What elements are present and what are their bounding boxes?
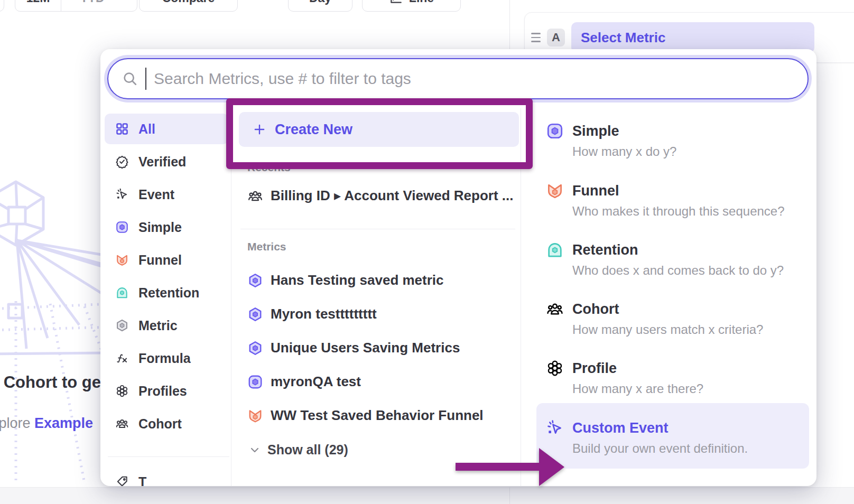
compare-button[interactable]: Compare — [139, 0, 238, 12]
type-row-retention[interactable]: Retention Who does x and comes back to d… — [536, 241, 809, 278]
simple-icon — [115, 220, 129, 234]
event-icon — [115, 188, 129, 201]
custom-event-icon — [546, 419, 564, 437]
metric-list-item[interactable]: Unique Users Saving Metrics — [247, 340, 460, 356]
sidebar-item-formula[interactable]: Formula — [105, 343, 228, 374]
retention-icon — [115, 286, 129, 300]
column-divider — [521, 108, 521, 486]
metric-list-item[interactable]: Hans Testing saved metric — [247, 272, 444, 288]
metric-picker-panel: All Verified Event Simple Funnel Retenti… — [100, 49, 816, 486]
recents-section-label: Recents — [247, 161, 291, 174]
tag-icon — [115, 475, 129, 486]
empty-state-headline: r Cohort to ge — [0, 373, 101, 392]
example-reports-link[interactable]: Example — [34, 415, 93, 431]
select-metric-pill[interactable]: Select Metric — [571, 22, 814, 53]
sidebar-item-profiles[interactable]: Profiles — [105, 376, 228, 406]
cohort-icon — [115, 417, 129, 431]
retention-icon — [546, 241, 564, 259]
drag-handle-icon[interactable] — [531, 33, 541, 42]
funnel-icon — [546, 182, 564, 200]
sidebar-item-all[interactable]: All — [105, 114, 228, 144]
funnel-icon — [247, 408, 263, 424]
profiles-icon — [115, 384, 129, 398]
plus-icon — [253, 123, 266, 136]
sidebar-item-funnel[interactable]: Funnel — [105, 245, 228, 275]
funnel-icon — [115, 253, 129, 267]
chart-type-line-button[interactable]: Line — [362, 0, 461, 12]
simple-icon — [546, 122, 564, 140]
app-screen: 12M YTD Compare Day Line r Cohort to ge … — [0, 0, 854, 504]
recent-item[interactable]: Billing ID ▸ Account Viewed Report ... — [247, 188, 513, 204]
metrics-section-label: Metrics — [247, 240, 286, 253]
series-letter-chip[interactable]: A — [547, 29, 565, 46]
search-box — [107, 58, 809, 99]
sidebar-item-verified[interactable]: Verified — [105, 146, 228, 177]
metric-hex-icon — [247, 340, 263, 356]
empty-state-subtext: xplore Example — [0, 415, 93, 432]
type-row-funnel[interactable]: Funnel Who makes it through this sequenc… — [536, 182, 809, 219]
sidebar-item-metric[interactable]: Metric — [105, 310, 228, 341]
type-row-custom-event[interactable]: Custom Event Build your own event defini… — [536, 403, 809, 469]
sidebar-item-event[interactable]: Event — [105, 179, 228, 210]
type-row-cohort[interactable]: Cohort How many users match x criteria? — [536, 300, 809, 337]
chevron-down-icon — [109, 0, 118, 3]
metric-list-item[interactable]: Myron testtttttttt — [247, 306, 377, 322]
range-ytd-button[interactable]: YTD — [61, 0, 137, 11]
sidebar-divider — [108, 456, 229, 457]
formula-icon — [115, 351, 129, 365]
pane-divider-bottom — [509, 487, 510, 504]
cohort-icon — [546, 300, 564, 318]
type-row-simple[interactable]: Simple How many x do y? — [536, 122, 809, 159]
sidebar-item-simple[interactable]: Simple — [105, 212, 228, 242]
type-row-profile[interactable]: Profile How many x are there? — [536, 359, 809, 396]
cohort-icon — [247, 188, 263, 204]
line-chart-icon — [389, 0, 403, 5]
footer-strip — [0, 487, 854, 504]
simple-icon — [247, 374, 263, 390]
metric-list-item[interactable]: myronQA test — [247, 374, 361, 390]
grid-icon — [115, 122, 129, 136]
profiles-icon — [546, 359, 564, 377]
text-cursor — [145, 68, 146, 90]
show-all-button[interactable]: Show all (29) — [248, 442, 348, 458]
date-range-group: 12M YTD — [15, 0, 137, 12]
verified-icon — [115, 155, 129, 169]
metric-hex-icon — [247, 273, 263, 288]
create-new-button[interactable]: Create New — [239, 112, 519, 147]
search-input[interactable] — [154, 70, 794, 88]
metric-icon — [115, 319, 129, 332]
sidebar-item-cohort[interactable]: Cohort — [105, 408, 228, 439]
metric-list-item[interactable]: WW Test Saved Behavior Funnel — [247, 407, 484, 424]
toolbar-cutoff-button[interactable] — [0, 0, 4, 12]
metric-hex-icon — [247, 306, 263, 322]
sidebar-item-retention[interactable]: Retention — [105, 277, 228, 308]
section-divider — [240, 229, 515, 229]
search-icon — [122, 71, 138, 87]
pane-divider-top — [509, 0, 510, 49]
granularity-day-button[interactable]: Day — [288, 0, 352, 12]
column-divider — [231, 108, 231, 486]
chevron-down-icon — [248, 444, 261, 456]
range-12m-button[interactable]: 12M — [15, 0, 61, 11]
sidebar-item-partial[interactable]: T — [105, 466, 228, 486]
